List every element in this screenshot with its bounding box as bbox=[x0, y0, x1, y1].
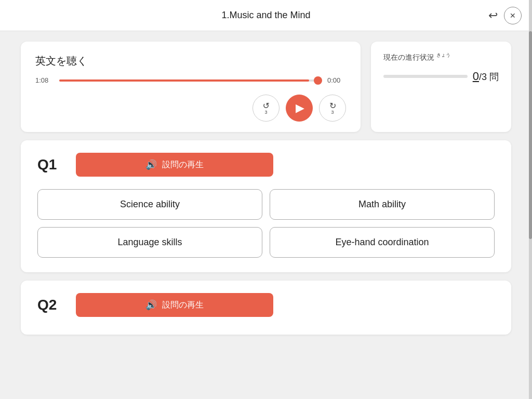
forward-button[interactable]: ↻ 3 bbox=[319, 95, 346, 122]
progress-total: 3 bbox=[482, 72, 487, 82]
progress-bar-row: 0/3 問 bbox=[383, 70, 499, 83]
audio-time-left: 1:08 bbox=[35, 76, 54, 84]
q2-play-button[interactable]: 🔊 設問の再生 bbox=[76, 293, 273, 317]
audio-time-right: 0:00 bbox=[327, 76, 346, 84]
forward-icon: ↻ bbox=[329, 102, 336, 110]
back-button[interactable]: ↩ bbox=[488, 9, 498, 22]
scrollbar[interactable] bbox=[529, 0, 532, 399]
play-button[interactable]: ▶ bbox=[286, 95, 313, 122]
progress-bar-background bbox=[383, 75, 468, 78]
audio-progress-thumb bbox=[314, 76, 322, 85]
main-content: 英文を聴く 1:08 0:00 ↻ 3 ▶ ↻ bbox=[0, 31, 532, 399]
answer-option-language-skills[interactable]: Language skills bbox=[37, 227, 262, 258]
q1-number: Q1 bbox=[37, 156, 63, 173]
header: 1.Music and the Mind ↩ ✕ bbox=[0, 0, 532, 31]
speaker-icon-q2: 🔊 bbox=[145, 299, 157, 311]
q1-answer-grid: Science ability Math ability Language sk… bbox=[37, 189, 495, 258]
progress-card: 現在の進行状況 きょう 0/3 問 bbox=[371, 42, 511, 132]
audio-progress-bar[interactable] bbox=[59, 79, 322, 82]
progress-current: 0 bbox=[473, 70, 479, 83]
progress-count: 0/3 問 bbox=[473, 70, 499, 83]
q2-number: Q2 bbox=[37, 297, 63, 313]
back-icon: ↩ bbox=[488, 9, 498, 22]
header-title: 1.Music and the Mind bbox=[221, 10, 310, 21]
answer-option-eye-hand[interactable]: Eye-hand coordination bbox=[270, 227, 495, 258]
progress-unit: 問 bbox=[489, 72, 499, 82]
audio-player-card: 英文を聴く 1:08 0:00 ↻ 3 ▶ ↻ bbox=[21, 42, 361, 132]
close-icon: ✕ bbox=[510, 11, 516, 20]
q2-play-label: 設問の再生 bbox=[162, 300, 204, 311]
q2-card: Q2 🔊 設問の再生 bbox=[21, 281, 511, 335]
play-icon: ▶ bbox=[296, 101, 304, 115]
q1-play-label: 設問の再生 bbox=[162, 159, 204, 170]
top-row: 英文を聴く 1:08 0:00 ↻ 3 ▶ ↻ bbox=[21, 42, 511, 132]
close-button[interactable]: ✕ bbox=[504, 7, 522, 24]
q2-header: Q2 🔊 設問の再生 bbox=[37, 293, 495, 317]
speaker-icon: 🔊 bbox=[145, 159, 157, 170]
forward-label: 3 bbox=[331, 110, 334, 115]
q1-card: Q1 🔊 設問の再生 Science ability Math ability … bbox=[21, 140, 511, 272]
answer-option-science-ability[interactable]: Science ability bbox=[37, 189, 262, 220]
q1-play-button[interactable]: 🔊 設問の再生 bbox=[76, 153, 273, 177]
answer-option-math-ability[interactable]: Math ability bbox=[270, 189, 495, 220]
scrollbar-thumb[interactable] bbox=[529, 31, 532, 239]
progress-label: 現在の進行状況 きょう bbox=[383, 52, 499, 62]
audio-progress-fill bbox=[59, 79, 309, 82]
q1-header: Q1 🔊 設問の再生 bbox=[37, 153, 495, 177]
audio-timeline[interactable]: 1:08 0:00 bbox=[35, 76, 346, 84]
audio-title: 英文を聴く bbox=[35, 54, 346, 68]
rewind-button[interactable]: ↻ 3 bbox=[252, 95, 280, 122]
header-icons: ↩ ✕ bbox=[488, 7, 522, 24]
audio-controls: ↻ 3 ▶ ↻ 3 bbox=[35, 95, 346, 122]
rewind-icon: ↻ bbox=[263, 102, 270, 110]
rewind-label: 3 bbox=[264, 110, 267, 115]
